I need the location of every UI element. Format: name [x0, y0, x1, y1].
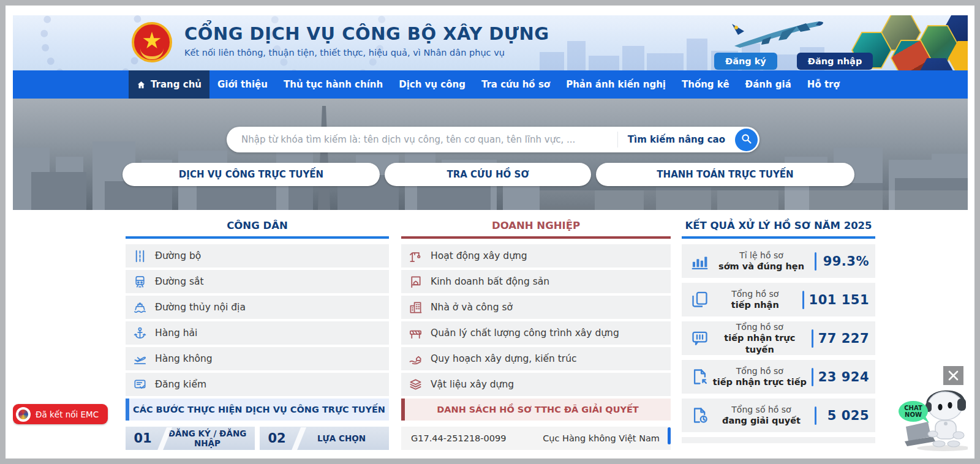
- register-button[interactable]: Đăng ký: [714, 53, 777, 70]
- city-photo: [13, 99, 968, 210]
- stat-online-received: Tổng hồ sơtiếp nhận trực tuyến 77 227: [682, 321, 875, 355]
- item-label: Kinh doanh bất động sản: [431, 276, 549, 287]
- citizen-item-hang-hai[interactable]: Hàng hải: [126, 321, 389, 345]
- citizen-column: CÔNG DÂN Đường bộ Đường sắt Đường thủy n…: [126, 220, 389, 450]
- bar-chart-icon: [690, 252, 709, 271]
- search-bar: Tìm kiếm nâng cao: [227, 127, 760, 152]
- emc-status-badge: Đã kết nối EMC: [13, 404, 108, 424]
- step-number: 02: [260, 431, 294, 446]
- business-item-hoat-dong-xay-dung[interactable]: Hoạt động xây dựng: [401, 244, 671, 268]
- doc-clock-icon: [690, 406, 709, 425]
- home-icon: [137, 80, 146, 89]
- nav-dich-vu-cong[interactable]: Dịch vụ công: [391, 70, 473, 99]
- step-number: 01: [126, 431, 160, 446]
- item-label: Đường bộ: [155, 250, 201, 261]
- airplane-image: [726, 17, 831, 52]
- resolved-section-title: DANH SÁCH HỒ SƠ TTHC ĐÃ GIẢI QUYẾT: [401, 399, 671, 421]
- train-icon: [133, 275, 147, 289]
- citizen-item-duong-thuy[interactable]: Đường thủy nội địa: [126, 296, 389, 319]
- pages-icon: [690, 290, 709, 309]
- house-flag-icon: [409, 275, 423, 289]
- stats-column: KẾT QUẢ XỬ LÝ HỒ SƠ NĂM 2025 Tỉ lệ hồ sơ…: [682, 220, 875, 443]
- citizen-item-duong-sat[interactable]: Đường sắt: [126, 270, 389, 293]
- stat-processing: Tổng số hồ sơđang giải quyết 5 025: [682, 399, 875, 432]
- main-content: CÔNG DÂN Đường bộ Đường sắt Đường thủy n…: [13, 210, 968, 451]
- online-payment-button[interactable]: THANH TOÁN TRỰC TUYẾN: [596, 163, 854, 186]
- divider: [812, 329, 813, 348]
- stat-on-time-rate: Tỉ lệ hồ sơsớm và đúng hẹn 99.3%: [682, 244, 875, 278]
- citizen-item-duong-bo[interactable]: Đường bộ: [126, 244, 389, 268]
- item-label: Quản lý chất lượng công trình xây dựng: [431, 327, 619, 339]
- citizen-item-dang-kiem[interactable]: Đăng kiểm: [126, 373, 389, 396]
- dossier-lookup-button[interactable]: TRA CỨU HỒ SƠ: [385, 163, 591, 186]
- business-item-chat-luong-cong-trinh[interactable]: Quản lý chất lượng công trình xây dựng: [401, 321, 671, 345]
- star-icon: [143, 32, 161, 50]
- scrollbar-thumb[interactable]: [668, 427, 671, 444]
- business-column: DOANH NGHIỆP Hoạt động xây dựng Kinh doa…: [401, 220, 671, 450]
- stat-total-received: Tổng hồ sơtiếp nhận 101 151: [682, 283, 875, 316]
- item-label: Đường sắt: [155, 276, 204, 287]
- step-label: LỰA CHỌN: [294, 433, 389, 443]
- step-2: 02 LỰA CHỌN: [260, 427, 389, 450]
- buildings-icon: [409, 301, 423, 315]
- resolved-dossier-row[interactable]: G17.44-251218-0099 Cục Hàng không Việt N…: [401, 427, 671, 450]
- nav-tra-cuu-ho-so[interactable]: Tra cứu hồ sơ: [473, 70, 558, 99]
- magnifier-icon: [740, 132, 753, 148]
- stats-title: KẾT QUẢ XỬ LÝ HỒ SƠ NĂM 2025: [682, 220, 875, 239]
- stat-value: 23 924: [818, 370, 869, 384]
- stat-value: 101 151: [809, 293, 869, 307]
- svg-text:NOW: NOW: [905, 411, 922, 418]
- login-button[interactable]: Đăng nhập: [797, 53, 873, 70]
- stat-value: 5 025: [821, 408, 869, 423]
- dossier-code: G17.44-251218-0099: [411, 433, 506, 443]
- business-item-quy-hoach[interactable]: Quy hoạch xây dựng, kiến trúc: [401, 347, 671, 370]
- stat-label: Tổng hồ sơtiếp nhận: [709, 288, 801, 311]
- item-label: Nhà ở và công sở: [431, 302, 513, 313]
- business-item-bat-dong-san[interactable]: Kinh doanh bất động sản: [401, 270, 671, 293]
- portal-page: CỔNG DỊCH VỤ CÔNG BỘ XÂY DỰNG Kết nối li…: [13, 15, 968, 451]
- hand-house-icon: [409, 352, 423, 366]
- plane-icon: [133, 352, 147, 366]
- online-services-button[interactable]: DỊCH VỤ CÔNG TRỰC TUYẾN: [123, 163, 380, 186]
- item-label: Đường thủy nội địa: [155, 302, 246, 313]
- divider: [812, 368, 813, 386]
- nav-thong-ke[interactable]: Thống kê: [674, 70, 737, 99]
- citizen-title: CÔNG DÂN: [126, 220, 389, 239]
- chatbot-widget[interactable]: CHAT NOW: [890, 383, 968, 451]
- citizen-item-hang-khong[interactable]: Hàng không: [126, 347, 389, 370]
- close-icon: [948, 370, 959, 381]
- nav-ho-tro[interactable]: Hỗ trợ: [799, 70, 848, 99]
- advanced-search-link[interactable]: Tìm kiếm nâng cao: [618, 134, 735, 145]
- steps-section-title: CÁC BƯỚC THỰC HIỆN DỊCH VỤ CÔNG TRỰC TUY…: [126, 399, 389, 421]
- nav-gioi-thieu[interactable]: Giới thiệu: [209, 70, 276, 99]
- nav-label: Trang chủ: [151, 79, 202, 90]
- nav-danh-gia[interactable]: Đánh giá: [737, 70, 799, 99]
- item-label: Hoạt động xây dựng: [431, 250, 527, 261]
- business-title: DOANH NGHIỆP: [401, 220, 671, 239]
- auth-buttons: Đăng ký Đăng nhập: [714, 53, 873, 70]
- nav-home[interactable]: Trang chủ: [129, 70, 209, 99]
- monitor-bars-icon: [690, 329, 709, 348]
- search-input[interactable]: [227, 127, 617, 152]
- nav-phan-anh-kien-nghi[interactable]: Phản ánh kiến nghị: [558, 70, 674, 99]
- stat-value: 99.3%: [821, 254, 869, 269]
- business-item-nha-o-cong-so[interactable]: Nhà ở và công sở: [401, 296, 671, 319]
- stat-label: Tỉ lệ hồ sơsớm và đúng hẹn: [709, 250, 813, 272]
- crane-icon: [409, 249, 423, 263]
- business-item-vat-lieu[interactable]: Vật liệu xây dựng: [401, 373, 671, 396]
- main-nav: Trang chủ Giới thiệu Thủ tục hành chính …: [13, 70, 968, 99]
- barrier-icon: [409, 326, 423, 340]
- divider: [815, 406, 816, 425]
- item-label: Vật liệu xây dựng: [431, 379, 514, 390]
- search-button[interactable]: [735, 129, 758, 151]
- brand: CỔNG DỊCH VỤ CÔNG BỘ XÂY DỰNG Kết nối li…: [184, 23, 549, 58]
- stat-label: Tổng hồ sơtiếp nhận trực tiếp: [709, 365, 810, 388]
- divider: [802, 291, 804, 309]
- divider: [815, 252, 816, 271]
- quick-links: DỊCH VỤ CÔNG TRỰC TUYẾN TRA CỨU HỒ SƠ TH…: [123, 163, 854, 186]
- emc-label: Đã kết nối EMC: [36, 410, 99, 419]
- ship-icon: [133, 301, 147, 315]
- item-label: Đăng kiểm: [155, 379, 206, 390]
- svg-text:CHAT: CHAT: [904, 405, 922, 411]
- nav-thu-tuc-hanh-chinh[interactable]: Thủ tục hành chính: [276, 70, 391, 99]
